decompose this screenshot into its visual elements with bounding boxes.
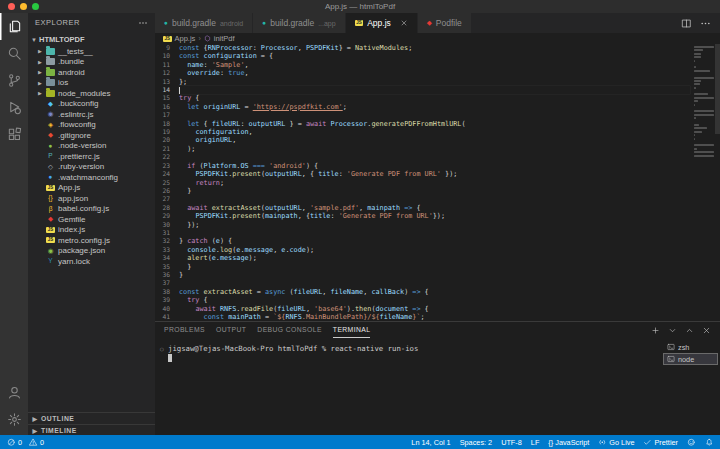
code-line-39[interactable]: 39 try { [155, 296, 690, 304]
panel-tab-terminal[interactable]: TERMINAL [333, 322, 371, 338]
code-line-38[interactable]: 38const extractAsset = async (fileURL, f… [155, 288, 690, 296]
tree-item-metro-config-js[interactable]: JSmetro.config.js [28, 235, 155, 246]
activity-item-extensions[interactable] [0, 121, 28, 148]
status-eol[interactable]: LF [531, 438, 540, 447]
code-line-24[interactable]: 24 PSPDFKit.present(outputURL, { title: … [155, 170, 690, 178]
split-editor-icon[interactable] [681, 18, 692, 29]
code-line-15[interactable]: 15try { [155, 94, 690, 102]
tree-item-yarn-lock[interactable]: Yyarn.lock [28, 256, 155, 267]
activity-item-explorer[interactable] [0, 13, 28, 40]
status-notifications[interactable] [705, 438, 714, 447]
code-line-13[interactable]: 13}; [155, 78, 690, 86]
status-feedback[interactable] [687, 438, 696, 447]
code-line-40[interactable]: 40 await RNFS.readFile(fileURL, 'base64'… [155, 305, 690, 313]
code-line-12[interactable]: 12 override: true, [155, 69, 690, 77]
status-language-mode[interactable]: {} JavaScript [548, 438, 589, 447]
code-line-28[interactable]: 28 await extractAsset(outputURL, 'sample… [155, 204, 690, 212]
tree-root-folder[interactable]: ▼ HTMLTOPDF [28, 33, 155, 46]
code-line-30[interactable]: 30 }); [155, 221, 690, 229]
code-line-18[interactable]: 18 let { fileURL: outputURL } = await Pr… [155, 120, 690, 128]
tree-item--bundle[interactable]: ▶.bundle [28, 57, 155, 68]
tree-item--gitignore[interactable]: ◆.gitignore [28, 130, 155, 141]
code-line-31[interactable]: 31 [155, 229, 690, 237]
code-line-33[interactable]: 33 console.log(e.message, e.code); [155, 246, 690, 254]
maximize-panel-icon[interactable] [685, 326, 694, 335]
close-window-button[interactable] [8, 3, 15, 10]
code-line-36[interactable]: 36} [155, 271, 690, 279]
panel-tab-output[interactable]: OUTPUT [216, 322, 246, 338]
tree-item--tests-[interactable]: ▶__tests__ [28, 46, 155, 57]
more-actions-icon[interactable] [700, 18, 711, 29]
code-line-21[interactable]: 21 ); [155, 145, 690, 153]
new-terminal-icon[interactable] [651, 326, 660, 335]
tree-item--eslintrc-js[interactable]: ◉.eslintrc.js [28, 109, 155, 120]
code-line-29[interactable]: 29 PSPDFKit.present(mainpath, {title: 'G… [155, 212, 690, 220]
status-warnings[interactable]: 0 [29, 438, 44, 447]
code-line-27[interactable]: 27 [155, 195, 690, 203]
breadcrumb[interactable]: JS App.js › initPdf [155, 33, 720, 44]
tree-item-gemfile[interactable]: ◆Gemfile [28, 214, 155, 225]
code-line-37[interactable]: 37 [155, 279, 690, 287]
tree-item--ruby-version[interactable]: ◇.ruby-version [28, 162, 155, 173]
status-errors[interactable]: 0 [7, 438, 22, 447]
activity-item-run-and-debug[interactable] [0, 94, 28, 121]
tree-item-ios[interactable]: ▶ios [28, 78, 155, 89]
tab-build-gradle-android[interactable]: ●build.gradleandroid [155, 13, 253, 33]
breadcrumb-symbol[interactable]: initPdf [214, 34, 235, 43]
editor-scrollbar[interactable] [715, 44, 720, 134]
code-line-19[interactable]: 19 configuration, [155, 128, 690, 136]
code-editor[interactable]: 9const {RNProcessor: Processor, PSPDFKit… [155, 44, 720, 321]
timeline-section[interactable]: ▶ TIMELINE [28, 424, 155, 435]
panel-tab-problems[interactable]: PROBLEMS [164, 322, 205, 338]
code-line-34[interactable]: 34 alert(e.message); [155, 254, 690, 262]
code-line-9[interactable]: 9const {RNProcessor: Processor, PSPDFKit… [155, 44, 690, 52]
tree-item--node-version[interactable]: ●.node-version [28, 141, 155, 152]
activity-item-manage[interactable] [0, 406, 28, 433]
tree-item-android[interactable]: ▶android [28, 67, 155, 78]
code-line-32[interactable]: 32} catch (e) { [155, 237, 690, 245]
tab-build-gradle-app[interactable]: ●build.gradle...app [253, 13, 345, 33]
close-tab-icon[interactable] [400, 19, 408, 27]
tree-item--watchmanconfig[interactable]: ●.watchmanconfig [28, 172, 155, 183]
terminal-instance-node[interactable]: node [663, 353, 718, 365]
zoom-window-button[interactable] [32, 3, 39, 10]
code-line-17[interactable]: 17 [155, 111, 690, 119]
tree-item-app-json[interactable]: {}app.json [28, 193, 155, 204]
code-line-41[interactable]: 41 const mainPath = `${RNFS.MainBundlePa… [155, 313, 690, 321]
activity-item-accounts[interactable] [0, 379, 28, 406]
breadcrumb-file[interactable]: App.js [175, 34, 196, 43]
tree-item-index-js[interactable]: JSindex.js [28, 225, 155, 236]
tree-item--buckconfig[interactable]: ◆.buckconfig [28, 99, 155, 110]
code-line-35[interactable]: 35 } [155, 263, 690, 271]
terminal-instance-zsh[interactable]: zsh [663, 341, 718, 353]
status-go-live[interactable]: Go Live [598, 438, 634, 447]
status-encoding[interactable]: UTF-8 [501, 438, 522, 447]
views-and-more-actions-icon[interactable] [138, 18, 148, 28]
activity-item-source-control[interactable] [0, 67, 28, 94]
outline-section[interactable]: ▶ OUTLINE [28, 413, 155, 424]
code-line-22[interactable]: 22 [155, 153, 690, 161]
code-line-11[interactable]: 11 name: 'Sample', [155, 61, 690, 69]
tree-item-app-js[interactable]: JSApp.js [28, 183, 155, 194]
close-panel-icon[interactable] [702, 326, 711, 335]
launch-profile-icon[interactable] [668, 326, 677, 335]
code-line-26[interactable]: 26 } [155, 187, 690, 195]
tree-item-node-modules[interactable]: ▶node_modules [28, 88, 155, 99]
activity-item-search[interactable] [0, 40, 28, 67]
code-line-25[interactable]: 25 return; [155, 179, 690, 187]
tab-podfile[interactable]: ◆Podfile [418, 13, 472, 33]
code-line-10[interactable]: 10const configuration = { [155, 52, 690, 60]
tree-item--prettierrc-js[interactable]: P.prettierrc.js [28, 151, 155, 162]
code-line-14[interactable]: 14 [155, 86, 690, 94]
terminal-output[interactable]: ○ jigsaw@Tejas-MacBook-Pro htmlToPdf % r… [155, 338, 663, 435]
code-line-16[interactable]: 16 let originURL = 'https://pspdfkit.com… [155, 103, 690, 111]
status-indentation[interactable]: Spaces: 2 [460, 438, 492, 447]
window-controls[interactable] [8, 3, 39, 10]
status-cursor-position[interactable]: Ln 14, Col 1 [411, 438, 450, 447]
tree-item--flowconfig[interactable]: ◈.flowconfig [28, 120, 155, 131]
tree-item-package-json[interactable]: ◉package.json [28, 246, 155, 257]
tab-app-js[interactable]: JSApp.js [346, 13, 418, 33]
minimap[interactable] [694, 46, 714, 158]
code-line-23[interactable]: 23 if (Platform.OS === 'android') { [155, 162, 690, 170]
code-line-20[interactable]: 20 originURL, [155, 136, 690, 144]
